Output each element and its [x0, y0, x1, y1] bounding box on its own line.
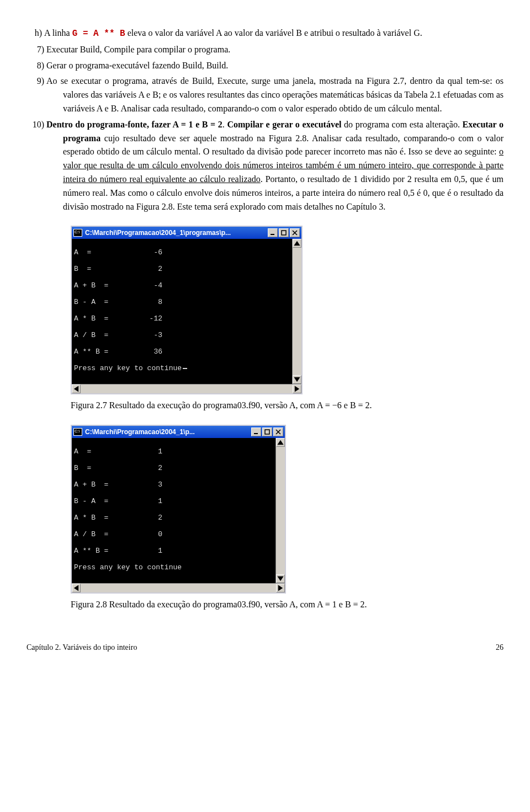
item-8: 8)Gerar o programa-executável fazendo Bu…	[46, 59, 504, 73]
item-h-code: G = A ** B	[72, 29, 125, 39]
c1-r2-val: -4	[129, 281, 162, 290]
c2-r3-lab: B - A =	[74, 497, 129, 505]
c1-r3-val: 8	[129, 298, 162, 306]
scroll-down-button[interactable]	[293, 375, 301, 384]
item-10-num: 10)	[30, 118, 46, 132]
horizontal-scrollbar[interactable]	[72, 384, 301, 393]
item-8-text: Gerar o programa-executável fazendo Buil…	[46, 61, 228, 70]
item-9: 9)Ao se executar o programa, através de …	[46, 74, 504, 115]
console2-titlebar: C:\ C:\Marchi\Programacao\2004_1\p...	[72, 426, 285, 438]
item-7: 7)Executar Build, Compile para compilar …	[46, 43, 504, 57]
c2-r4-val: 2	[129, 514, 162, 522]
console-window-2: C:\ C:\Marchi\Programacao\2004_1\p... A …	[71, 425, 286, 594]
console1-titlebar: C:\ C:\Marchi\Programacao\2004_1\program…	[72, 227, 301, 239]
c1-r6-val: 36	[129, 348, 162, 356]
c1-r0-lab: A =	[74, 248, 129, 257]
window-buttons	[251, 428, 283, 436]
footer-page-number: 26	[496, 642, 504, 654]
item-10-t3: do programa com esta alteração.	[341, 120, 462, 129]
c1-r1-lab: B =	[74, 265, 129, 273]
scroll-up-button[interactable]	[293, 239, 301, 248]
c1-r1-val: 2	[129, 265, 162, 273]
c2-r0-lab: A =	[74, 447, 129, 456]
c2-r1-lab: B =	[74, 464, 129, 472]
c1-r3-lab: B - A =	[74, 298, 129, 306]
hscroll-track[interactable]	[81, 584, 276, 592]
scroll-track[interactable]	[293, 248, 301, 375]
scroll-left-button[interactable]	[72, 584, 81, 592]
scroll-right-button[interactable]	[276, 584, 285, 592]
figure-2-7-caption: Figura 2.7 Resultado da execução do prog…	[71, 399, 504, 413]
c1-r5-val: -3	[129, 331, 162, 339]
window-buttons	[268, 228, 300, 237]
svg-rect-0	[271, 234, 274, 235]
item-h-pre: A linha	[44, 28, 72, 38]
c1-press: Press any key to continue	[74, 364, 182, 372]
c2-r6-val: 1	[129, 547, 162, 555]
console1-output: A =-6 B =2 A + B =-4 B - A =8 A * B =-12…	[72, 239, 292, 384]
svg-rect-3	[265, 430, 269, 434]
c2-r6-lab: A ** B =	[74, 547, 129, 555]
item-10: 10)Dentro do programa-fonte, fazer A = 1…	[46, 118, 504, 214]
c2-press: Press any key to continue	[74, 563, 182, 571]
c2-r2-lab: A + B =	[74, 480, 129, 489]
vertical-scrollbar[interactable]	[292, 239, 301, 384]
scroll-track[interactable]	[276, 447, 285, 574]
cmd-icon: C:\	[73, 428, 82, 436]
horizontal-scrollbar[interactable]	[72, 583, 285, 592]
page-footer: Capítulo 2. Variáveis do tipo inteiro 26	[26, 642, 504, 654]
c2-r3-val: 1	[129, 497, 162, 505]
c1-r4-val: -12	[129, 314, 162, 323]
item-10-b1: Dentro do programa-fonte, fazer A = 1 e …	[46, 120, 222, 129]
c2-r0-val: 1	[129, 447, 162, 456]
item-7-num: 7)	[30, 43, 46, 57]
c1-r4-lab: A * B =	[74, 314, 129, 323]
item-8-num: 8)	[30, 59, 46, 73]
close-button[interactable]	[273, 428, 283, 436]
c1-r6-lab: A ** B =	[74, 348, 129, 356]
item-h-num: h)	[30, 26, 44, 40]
item-h-post: eleva o valor da variável A ao valor da …	[125, 28, 422, 38]
vertical-scrollbar[interactable]	[275, 438, 285, 583]
console-window-1: C:\ C:\Marchi\Programacao\2004_1\program…	[71, 226, 303, 394]
console1-title: C:\Marchi\Programacao\2004_1\programas\p…	[85, 228, 268, 238]
svg-rect-1	[282, 231, 286, 235]
c1-r5-lab: A / B =	[74, 331, 129, 339]
item-h: h)A linha G = A ** B eleva o valor da va…	[46, 26, 504, 41]
item-9-text: Ao se executar o programa, através de Bu…	[46, 76, 504, 113]
cmd-icon: C:\	[73, 229, 82, 237]
item-10-t4: cujo resultado deve ser aquele mostrado …	[63, 133, 504, 157]
c2-r5-lab: A / B =	[74, 530, 129, 538]
maximize-button[interactable]	[262, 428, 272, 436]
svg-rect-2	[254, 433, 258, 434]
item-10-b2: Compilar e gerar o executável	[227, 120, 341, 129]
c2-r5-val: 0	[129, 530, 162, 538]
c2-r2-val: 3	[129, 480, 162, 489]
scroll-right-button[interactable]	[293, 384, 301, 393]
scroll-left-button[interactable]	[72, 384, 81, 393]
minimize-button[interactable]	[251, 428, 261, 436]
hscroll-track[interactable]	[81, 384, 293, 393]
minimize-button[interactable]	[268, 228, 278, 237]
c2-r1-val: 2	[129, 464, 162, 472]
item-9-num: 9)	[30, 74, 46, 88]
console2-title: C:\Marchi\Programacao\2004_1\p...	[85, 427, 251, 437]
maximize-button[interactable]	[279, 228, 289, 237]
item-7-text: Executar Build, Compile para compilar o …	[46, 45, 230, 54]
cursor-icon	[183, 368, 187, 369]
instruction-list: h)A linha G = A ** B eleva o valor da va…	[26, 26, 504, 213]
scroll-up-button[interactable]	[276, 438, 285, 447]
figure-2-8-caption: Figura 2.8 Resultado da execução do prog…	[71, 598, 504, 612]
c1-r2-lab: A + B =	[74, 281, 129, 290]
console2-output: A =1 B =2 A + B =3 B - A =1 A * B =2 A /…	[72, 438, 275, 583]
scroll-down-button[interactable]	[276, 574, 285, 583]
c2-r4-lab: A * B =	[74, 514, 129, 522]
c1-r0-val: -6	[129, 248, 162, 257]
footer-chapter: Capítulo 2. Variáveis do tipo inteiro	[26, 642, 137, 654]
close-button[interactable]	[290, 228, 300, 237]
